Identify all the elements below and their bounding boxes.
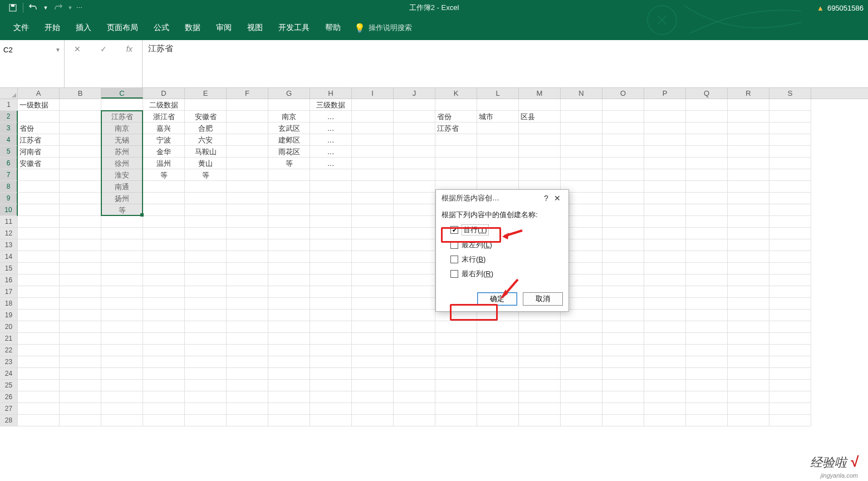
cell-B7[interactable] (60, 169, 101, 181)
cell-P8[interactable] (644, 181, 686, 193)
cell-A10[interactable] (18, 204, 60, 216)
cell-R20[interactable] (728, 321, 769, 333)
cell-Q25[interactable] (686, 380, 728, 391)
cell-S9[interactable] (769, 193, 811, 204)
cell-P12[interactable] (644, 228, 686, 239)
cell-A12[interactable] (18, 228, 60, 239)
cell-J24[interactable] (394, 368, 435, 380)
cell-L27[interactable] (477, 403, 519, 415)
cell-P2[interactable] (644, 111, 686, 122)
cell-K23[interactable] (435, 356, 477, 368)
cell-I14[interactable] (352, 251, 394, 263)
cell-J8[interactable] (394, 181, 435, 193)
cell-G24[interactable] (268, 368, 310, 380)
cell-F26[interactable] (227, 391, 268, 403)
cell-S18[interactable] (769, 298, 811, 310)
cell-F1[interactable] (227, 99, 268, 111)
cell-P24[interactable] (644, 368, 686, 380)
cell-E4[interactable]: 六安 (185, 134, 227, 146)
cell-C9[interactable]: 扬州 (101, 193, 143, 204)
cell-O18[interactable] (602, 298, 644, 310)
cell-R4[interactable] (728, 134, 769, 146)
col-header-L[interactable]: L (477, 88, 519, 99)
dialog-titlebar[interactable]: 根据所选内容创… ? ✕ (436, 190, 568, 207)
cell-R1[interactable] (728, 99, 769, 111)
cell-L1[interactable] (477, 99, 519, 111)
cell-A26[interactable] (18, 391, 60, 403)
cell-B22[interactable] (60, 345, 101, 356)
tab-file[interactable]: 文件 (6, 16, 37, 40)
cell-F10[interactable] (227, 204, 268, 216)
cell-H22[interactable] (310, 345, 352, 356)
cell-F5[interactable] (227, 146, 268, 158)
cell-S22[interactable] (769, 345, 811, 356)
cell-P11[interactable] (644, 216, 686, 228)
cell-O2[interactable] (602, 111, 644, 122)
cell-D28[interactable] (143, 415, 185, 426)
cell-F19[interactable] (227, 310, 268, 321)
cell-C20[interactable] (101, 321, 143, 333)
save-button[interactable] (4, 0, 21, 16)
cell-P20[interactable] (644, 321, 686, 333)
cell-J13[interactable] (394, 239, 435, 251)
cell-I12[interactable] (352, 228, 394, 239)
cell-P9[interactable] (644, 193, 686, 204)
cell-A21[interactable] (18, 333, 60, 345)
cell-G28[interactable] (268, 415, 310, 426)
name-box[interactable]: C2 ▼ (0, 43, 64, 56)
cell-I22[interactable] (352, 345, 394, 356)
cell-J7[interactable] (394, 169, 435, 181)
cell-R11[interactable] (728, 216, 769, 228)
cell-G23[interactable] (268, 356, 310, 368)
cell-D8[interactable] (143, 181, 185, 193)
cell-P3[interactable] (644, 122, 686, 134)
cell-P16[interactable] (644, 274, 686, 286)
help-icon[interactable]: ? (541, 194, 552, 203)
cell-E3[interactable]: 合肥 (185, 122, 227, 134)
cell-R13[interactable] (728, 239, 769, 251)
cell-I19[interactable] (352, 310, 394, 321)
cell-K20[interactable] (435, 321, 477, 333)
cell-N2[interactable] (561, 111, 602, 122)
cell-R19[interactable] (728, 310, 769, 321)
cell-I20[interactable] (352, 321, 394, 333)
cell-Q11[interactable] (686, 216, 728, 228)
cell-B21[interactable] (60, 333, 101, 345)
cell-L25[interactable] (477, 380, 519, 391)
fx-icon[interactable]: fx (123, 43, 136, 55)
cell-C4[interactable]: 无锡 (101, 134, 143, 146)
cell-C2[interactable]: 江苏省 (101, 111, 143, 122)
cell-Q20[interactable] (686, 321, 728, 333)
cell-H16[interactable] (310, 274, 352, 286)
cell-M3[interactable] (519, 122, 561, 134)
cell-G22[interactable] (268, 345, 310, 356)
cell-M27[interactable] (519, 403, 561, 415)
cell-J11[interactable] (394, 216, 435, 228)
cell-F24[interactable] (227, 368, 268, 380)
cell-E22[interactable] (185, 345, 227, 356)
cell-H2[interactable]: … (310, 111, 352, 122)
cell-P7[interactable] (644, 169, 686, 181)
cell-I24[interactable] (352, 368, 394, 380)
cell-D12[interactable] (143, 228, 185, 239)
cell-L23[interactable] (477, 356, 519, 368)
cell-F21[interactable] (227, 333, 268, 345)
cell-Q27[interactable] (686, 403, 728, 415)
cell-G19[interactable] (268, 310, 310, 321)
col-header-A[interactable]: A (18, 88, 60, 99)
cell-A2[interactable] (18, 111, 60, 122)
row-header-2[interactable]: 2 (0, 111, 18, 122)
cell-C25[interactable] (101, 380, 143, 391)
cell-H20[interactable] (310, 321, 352, 333)
cell-A22[interactable] (18, 345, 60, 356)
col-header-M[interactable]: M (519, 88, 561, 99)
cell-Q12[interactable] (686, 228, 728, 239)
cell-L2[interactable]: 城市 (477, 111, 519, 122)
cell-F18[interactable] (227, 298, 268, 310)
cell-E24[interactable] (185, 368, 227, 380)
cell-I6[interactable] (352, 158, 394, 169)
cell-O14[interactable] (602, 251, 644, 263)
row-header-20[interactable]: 20 (0, 321, 18, 333)
cell-I28[interactable] (352, 415, 394, 426)
cell-D23[interactable] (143, 356, 185, 368)
